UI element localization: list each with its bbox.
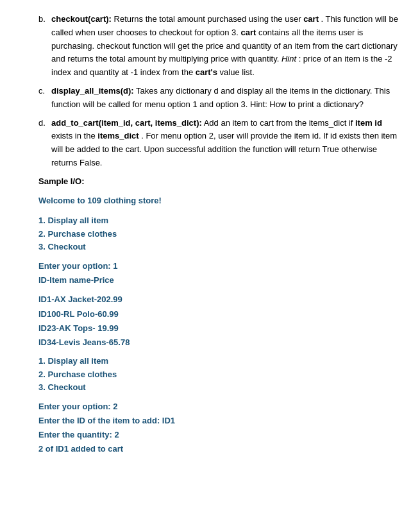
qty-prompt-line: Enter the quantity: 2	[38, 428, 401, 442]
list-body-b: checkout(cart): Returns the total amount…	[51, 13, 401, 80]
checkout-desc: Returns the total amount purchased using…	[114, 14, 304, 24]
menu1-item-3: 3. Checkout	[38, 241, 401, 254]
list-letter-c: c.	[38, 85, 51, 112]
header-line: ID-Item name-Price	[38, 273, 401, 287]
checkout-desc-5: value list.	[220, 67, 255, 77]
item-id-bold: item id	[355, 118, 382, 128]
item-1: ID1-AX Jacket-202.99	[38, 293, 401, 307]
items-dict-bold: items_dict	[97, 131, 139, 140]
carts-bold: cart's	[196, 67, 217, 77]
add-desc-1: Add an item to cart from the items_dict …	[204, 118, 355, 128]
menu1-item-2: 2. Purchase clothes	[38, 228, 401, 241]
menu2-item-3: 3. Checkout	[38, 381, 401, 395]
item-3: ID23-AK Tops- 19.99	[38, 321, 401, 336]
add-prompt-line: Enter the ID of the item to add: ID1	[38, 414, 401, 428]
cart-confirm-line: 2 of ID1 added to cart	[38, 442, 401, 456]
term-add-to-cart: add_to_cart(item_id, cart, items_dict):	[51, 118, 202, 128]
cart-bold-1: cart	[303, 14, 319, 24]
list-body-d: add_to_cart(item_id, cart, items_dict): …	[51, 117, 401, 170]
cart-bold-2: cart	[241, 28, 256, 37]
list-item-d: d. add_to_cart(item_id, cart, items_dict…	[38, 117, 401, 170]
add-desc-2: exists in the	[51, 131, 97, 140]
term-display: display_all_items(d):	[51, 86, 134, 96]
menu2-item-1: 1. Display all item	[38, 355, 401, 368]
prompt2-line: Enter your option: 2	[38, 400, 401, 414]
prompt-section-2: Enter your option: 2 Enter the ID of the…	[38, 400, 401, 456]
menu1-item-1: 1. Display all item	[38, 214, 401, 228]
sample-io-label: Sample I/O:	[38, 176, 85, 186]
term-checkout: checkout(cart):	[51, 14, 112, 24]
item-4: ID34-Levis Jeans-65.78	[38, 336, 401, 350]
items-section: ID1-AX Jacket-202.99 ID100-RL Polo-60.99…	[38, 293, 401, 349]
prompt-section-1: Enter your option: 1 ID-Item name-Price	[38, 259, 401, 287]
item-2: ID100-RL Polo-60.99	[38, 307, 401, 321]
list-item-b: b. checkout(cart): Returns the total amo…	[38, 13, 401, 80]
prompt1-line: Enter your option: 1	[38, 259, 401, 273]
list-letter-d: d.	[38, 117, 51, 170]
menu-section-1: 1. Display all item 2. Purchase clothes …	[38, 214, 401, 254]
menu-section-2: 1. Display all item 2. Purchase clothes …	[38, 355, 401, 395]
sample-io-section: Sample I/O:	[38, 176, 401, 186]
welcome-line: Welcome to 109 clothing store!	[38, 194, 401, 208]
hint-italic: Hint	[281, 54, 296, 64]
list-item-c: c. display_all_items(d): Takes any dicti…	[38, 85, 401, 112]
list-body-c: display_all_items(d): Takes any dictiona…	[51, 85, 401, 112]
terminal-output: Welcome to 109 clothing store! 1. Displa…	[38, 194, 401, 457]
menu2-item-2: 2. Purchase clothes	[38, 368, 401, 382]
list-letter-b: b.	[38, 13, 51, 80]
main-content: b. checkout(cart): Returns the total amo…	[38, 13, 401, 457]
